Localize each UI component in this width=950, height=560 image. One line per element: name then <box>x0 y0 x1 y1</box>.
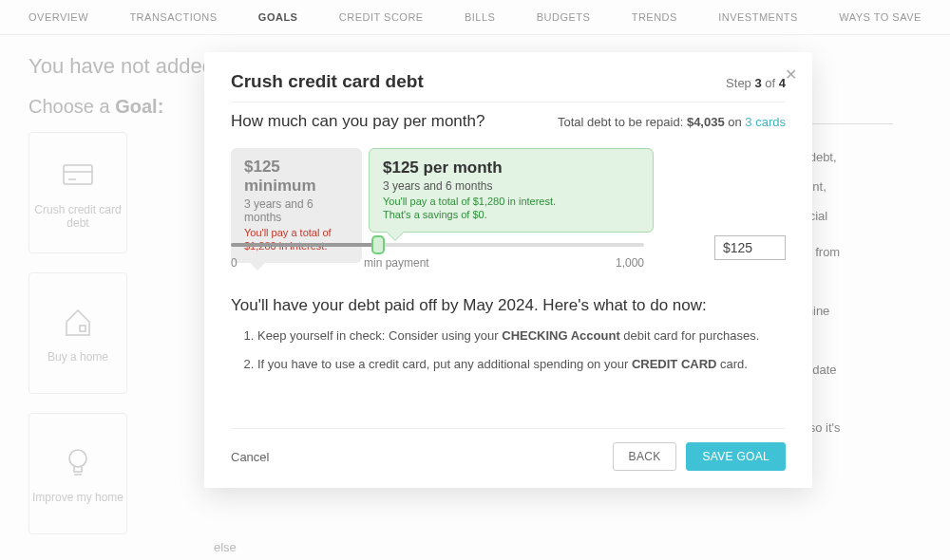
tip-sel-amount: $125 per month <box>383 159 639 177</box>
house-icon <box>59 303 97 341</box>
tip-item-2: If you have to use a credit card, put an… <box>257 355 786 374</box>
choose-prefix: Choose a <box>28 96 115 117</box>
nav-budgets[interactable]: BUDGETS <box>537 11 591 23</box>
nav-ways-to-save[interactable]: WAYS TO SAVE <box>839 11 922 23</box>
goal-tile-label: Improve my home <box>32 491 124 504</box>
close-icon[interactable]: ✕ <box>785 65 797 84</box>
goal-modal: ✕ Crush credit card debt Step 3 of 4 How… <box>204 52 812 488</box>
tip-item-1: Keep yourself in check: Consider using y… <box>257 327 786 345</box>
svg-point-4 <box>69 450 86 467</box>
tip1-a: Keep yourself in check: Consider using y… <box>257 328 502 343</box>
slider-mid-label: min payment <box>364 256 429 270</box>
modal-subhead: How much can you pay per month? Total de… <box>231 112 786 131</box>
nav-bills[interactable]: BILLS <box>465 11 495 23</box>
total-prefix: Total debt to be repaid: <box>558 115 687 129</box>
stray-else-text: else <box>214 540 237 554</box>
nav-trends[interactable]: TRENDS <box>632 11 677 23</box>
goal-tile-label: Buy a home <box>48 350 108 364</box>
back-button[interactable]: BACK <box>613 442 677 471</box>
nav-transactions[interactable]: TRANSACTIONS <box>129 11 217 23</box>
slider-max-label: 1,000 <box>616 256 644 270</box>
tips-list: Keep yourself in check: Consider using y… <box>257 327 786 373</box>
tooltip-selected: $125 per month 3 years and 6 months You'… <box>369 148 654 233</box>
nav-goals[interactable]: GOALS <box>258 11 298 23</box>
top-nav: OVERVIEW TRANSACTIONS GOALS CREDIT SCORE… <box>0 0 950 35</box>
slider-track[interactable] <box>231 243 644 247</box>
payoff-text: You'll have your debt paid off by May 20… <box>231 296 786 315</box>
nav-overview[interactable]: OVERVIEW <box>28 11 88 23</box>
modal-header: Crush credit card debt Step 3 of 4 <box>231 71 786 103</box>
slider-track-fill <box>231 243 378 247</box>
nav-credit-score[interactable]: CREDIT SCORE <box>339 11 424 23</box>
modal-footer: Cancel BACK SAVE GOAL <box>231 428 786 471</box>
modal-title: Crush credit card debt <box>231 71 424 92</box>
tip2-a: If you have to use a credit card, put an… <box>257 357 632 371</box>
svg-rect-0 <box>64 165 92 184</box>
tip1-b: CHECKING Account <box>502 328 619 343</box>
goal-tile-improve-home[interactable]: Improve my home <box>28 413 127 534</box>
step-current: 3 <box>754 76 761 90</box>
nav-investments[interactable]: INVESTMENTS <box>718 11 798 23</box>
slider-track-wrap: 0 min payment 1,000 <box>231 243 644 270</box>
cards-link[interactable]: 3 cards <box>745 115 786 129</box>
step-prefix: Step <box>726 76 754 90</box>
goal-tile-label: Crush credit card debt <box>29 203 126 230</box>
tip-min-duration: 3 years and 6 months <box>244 197 349 224</box>
cancel-link[interactable]: Cancel <box>231 450 269 464</box>
footer-buttons: BACK SAVE GOAL <box>613 442 786 471</box>
slider-handle[interactable] <box>371 235 385 254</box>
goal-tile-buy-home[interactable]: Buy a home <box>28 272 127 394</box>
slider-area: $125 minimum 3 years and 6 months You'll… <box>231 148 786 290</box>
total-on: on <box>725 115 746 129</box>
tip2-c: card. <box>716 357 748 371</box>
svg-rect-3 <box>80 326 86 331</box>
tip-sel-duration: 3 years and 6 months <box>383 179 639 193</box>
tip1-c: debit card for purchases. <box>620 328 760 343</box>
save-goal-button[interactable]: SAVE GOAL <box>686 442 786 471</box>
step-of: of <box>762 76 779 90</box>
step-indicator: Step 3 of 4 <box>726 76 786 90</box>
question-text: How much can you pay per month? <box>231 112 484 131</box>
tip-min-amount: $125 minimum <box>244 158 349 196</box>
choose-bold: Goal: <box>115 96 163 117</box>
credit-card-icon <box>59 156 97 194</box>
payment-input[interactable] <box>714 235 786 260</box>
tip-sel-interest1: You'll pay a total of $1,280 in interest… <box>383 195 639 208</box>
goal-tile-crush-debt[interactable]: Crush credit card debt <box>28 132 127 253</box>
tip-sel-interest2: That's a savings of $0. <box>383 208 639 221</box>
slider-labels: 0 min payment 1,000 <box>231 256 644 270</box>
tip2-b: CREDIT CARD <box>632 357 717 371</box>
total-amount: $4,035 <box>687 115 725 129</box>
total-debt-text: Total debt to be repaid: $4,035 on 3 car… <box>558 115 786 129</box>
slider-min-label: 0 <box>231 256 238 270</box>
lightbulb-icon <box>59 443 97 481</box>
